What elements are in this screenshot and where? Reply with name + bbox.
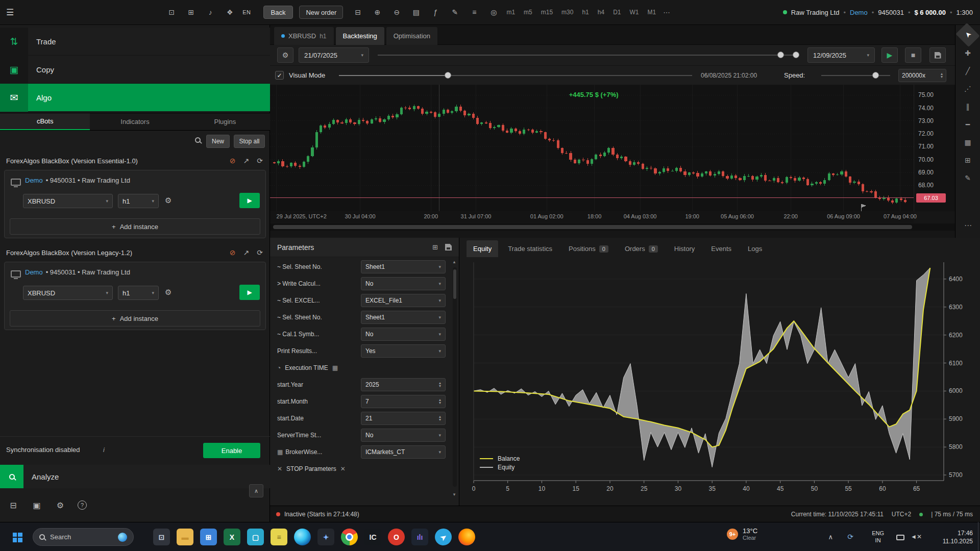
- chart-scrollbar-thumb[interactable]: [273, 225, 912, 229]
- display-icon[interactable]: [896, 535, 904, 540]
- backtest-range-slider[interactable]: [378, 55, 796, 56]
- sidebar-item-copy[interactable]: ▣ Copy: [0, 56, 270, 84]
- start-instance-button[interactable]: ▶: [239, 285, 260, 300]
- gear-icon[interactable]: ⚙: [54, 500, 66, 510]
- sidebar-item-algo[interactable]: ✉ Algo: [0, 84, 270, 112]
- cursor-tool-icon[interactable]: ➤: [955, 23, 979, 47]
- objects-icon[interactable]: ✎: [450, 8, 459, 16]
- tab-positions[interactable]: Positions0: [562, 240, 615, 257]
- tab-orders[interactable]: Orders0: [618, 240, 665, 257]
- sidebar-item-trade[interactable]: ⇅ Trade: [0, 28, 270, 56]
- indicators-icon[interactable]: ƒ: [431, 8, 440, 16]
- cbot-search-input[interactable]: [5, 135, 188, 148]
- clock[interactable]: 17:4611.10.2025: [943, 529, 973, 545]
- volume-icon[interactable]: ◄✕: [911, 533, 922, 540]
- tab-optimisation[interactable]: Optimisation: [386, 27, 437, 45]
- taskbar-app-telegram[interactable]: ➤: [432, 525, 455, 549]
- price-axis[interactable]: 67.03 75.0074.0073.0072.0071.0070.0069.0…: [914, 85, 955, 211]
- tab-chart-xbrusd[interactable]: XBRUSD h1: [274, 27, 334, 45]
- sync-icon[interactable]: ⟳: [257, 157, 263, 165]
- timeframe-button[interactable]: m5: [524, 9, 532, 16]
- taskbar-app-notepad[interactable]: ≡: [271, 529, 287, 545]
- zoom-out-icon[interactable]: ⊖: [392, 8, 401, 16]
- chart-type-icon[interactable]: ▤: [411, 8, 421, 16]
- stepper-arrows[interactable]: ▴▾: [439, 415, 441, 421]
- zoom-in-icon[interactable]: ⊕: [373, 8, 382, 16]
- tab-logs[interactable]: Logs: [741, 240, 769, 257]
- parameter-stepper[interactable]: 7▴▾: [361, 395, 446, 408]
- visual-mode-checkbox[interactable]: ✓: [275, 71, 284, 80]
- search-icon[interactable]: [195, 137, 201, 143]
- timeframe-select[interactable]: h1▾: [118, 286, 159, 300]
- scroll-up-icon[interactable]: ▴: [452, 259, 457, 264]
- speed-slider[interactable]: [821, 75, 890, 76]
- stop-backtest-button[interactable]: ■: [905, 47, 921, 63]
- hline-tool-icon[interactable]: ━: [959, 116, 977, 132]
- sync-icon[interactable]: ⟳: [257, 248, 263, 257]
- symbol-select[interactable]: XBRUSD▾: [23, 286, 113, 300]
- end-date-select[interactable]: 12/09/2025▾: [807, 47, 875, 63]
- tab-indicators[interactable]: Indicators: [90, 113, 180, 130]
- taskbar-app-dev-app[interactable]: ✦: [317, 529, 334, 545]
- help-icon[interactable]: ?: [78, 500, 87, 510]
- add-instance-button[interactable]: +Add instance: [10, 218, 260, 235]
- timezone-text[interactable]: UTC+2: [892, 511, 911, 518]
- taskbar-app-opera[interactable]: O: [388, 529, 405, 545]
- tab-events[interactable]: Events: [704, 240, 738, 257]
- shapes-tool-icon[interactable]: ▦: [959, 134, 977, 150]
- timeframe-button[interactable]: D1: [613, 9, 621, 16]
- timeframe-button[interactable]: h4: [598, 9, 604, 16]
- channel-tool-icon[interactable]: ∥: [959, 98, 977, 114]
- timeframe-button[interactable]: h1: [582, 9, 589, 16]
- text-tool-icon[interactable]: ⊟: [7, 500, 19, 510]
- layers-icon[interactable]: ≡: [470, 8, 479, 16]
- parameter-select[interactable]: Sheet1▾: [361, 260, 446, 273]
- symbol-select[interactable]: XBRUSD▾: [23, 194, 113, 208]
- timeframe-button[interactable]: m1: [506, 9, 515, 16]
- scroll-top-button[interactable]: ∧: [249, 484, 263, 497]
- timeframe-button[interactable]: m15: [541, 9, 553, 16]
- stepper-arrows[interactable]: ▴▾: [439, 398, 441, 405]
- start-instance-button[interactable]: ▶: [239, 193, 260, 208]
- pattern-tool-icon[interactable]: ⊞: [959, 152, 977, 168]
- taskbar-app-file-explorer[interactable]: ▬: [177, 529, 193, 545]
- stop-all-button[interactable]: Stop all: [234, 135, 265, 148]
- backtest-settings-icon[interactable]: ⚙: [277, 47, 293, 63]
- tray-update-icon[interactable]: ⟳: [847, 533, 853, 541]
- taskbar-app-icmarkets[interactable]: IC: [364, 529, 381, 545]
- parameter-select[interactable]: Sheet1▾: [361, 311, 446, 324]
- save-backtest-button[interactable]: [929, 47, 946, 63]
- chart-scrollbar[interactable]: [270, 223, 955, 231]
- speed-handle[interactable]: [872, 72, 879, 79]
- tab-cbots[interactable]: cBots: [0, 113, 90, 130]
- sidebar-item-analyze[interactable]: Analyze: [0, 465, 270, 488]
- add-instance-button[interactable]: +Add instance: [10, 310, 260, 327]
- stepper-down-icon[interactable]: ▾: [439, 402, 441, 405]
- popout-icon[interactable]: ⊞: [432, 243, 438, 251]
- parameter-select[interactable]: Yes▾: [361, 344, 446, 358]
- show-desktop-button[interactable]: [978, 522, 980, 551]
- share-icon[interactable]: ↗: [243, 157, 250, 165]
- annotation-tool-icon[interactable]: ✎: [959, 170, 977, 186]
- new-order-button[interactable]: New order: [299, 6, 343, 19]
- taskbar-app-whiteboard[interactable]: ▢: [247, 529, 264, 545]
- timeframe-button[interactable]: m30: [561, 9, 573, 16]
- stepper-arrows[interactable]: ▴▾: [941, 72, 943, 79]
- parameters-scrollbar-thumb[interactable]: [453, 269, 456, 299]
- taskbar-app-chrome[interactable]: [341, 529, 358, 545]
- window-settings-icon[interactable]: ▣: [31, 500, 43, 510]
- chart-layout-icon[interactable]: ⊟: [353, 8, 362, 16]
- scroll-down-icon[interactable]: ▾: [452, 492, 457, 497]
- tab-plugins[interactable]: Plugins: [180, 113, 270, 130]
- taskbar-app-firefox[interactable]: [458, 529, 475, 545]
- fullscreen-icon[interactable]: ⊡: [167, 8, 176, 16]
- tab-equity[interactable]: Equity: [467, 240, 498, 257]
- windows-layout-icon[interactable]: ⊞: [186, 8, 195, 16]
- time-axis[interactable]: 29 Jul 2025, UTC+230 Jul 04:0020:0031 Ju…: [270, 211, 914, 222]
- taskbar-app-task-view[interactable]: ⊡: [153, 529, 170, 545]
- more-timeframes-icon[interactable]: ⋯: [663, 8, 670, 16]
- input-language[interactable]: ENGIN: [872, 530, 884, 544]
- back-button[interactable]: Back: [263, 6, 293, 19]
- language-badge[interactable]: EN: [242, 9, 251, 15]
- parameters-scrollbar[interactable]: [453, 267, 457, 487]
